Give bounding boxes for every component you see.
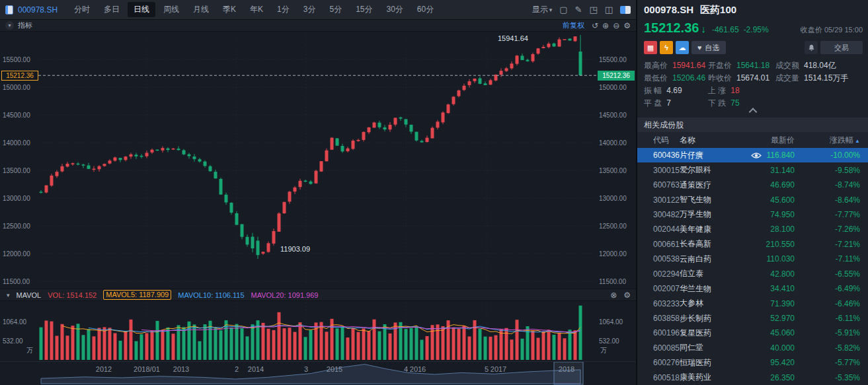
constituent-row[interactable]: 000661长春高新210.550-7.21% [637,237,868,252]
stock-price: 34.410 [748,284,795,293]
constituent-row[interactable]: 600196复星医药45.060-5.91% [637,326,868,340]
stock-name: 大参林 [680,298,748,309]
constituent-row[interactable]: 002294信立泰42.800-6.55% [637,267,868,281]
zoom-out-icon[interactable]: ⊖ [613,22,619,30]
period-tabs: 分时多日日线周线月线季K年K1分3分5分15分30分60分 [68,2,440,17]
panel-toggle-icon[interactable] [620,6,631,14]
period-tab[interactable]: 1分 [271,2,296,17]
stock-code: 300122 [637,195,680,205]
stock-change-pct: -7.77% [795,210,868,219]
adjust-mode-button[interactable]: 前复权 [563,20,584,30]
price-change-pct: -2.95% [744,25,769,34]
cloud-icon[interactable]: ☁ [676,41,689,54]
mavol20-value: MAVOL20: 1091.969 [251,291,319,299]
stock-name: 片仔癀 [680,150,748,161]
stock-code: 600276 [637,358,680,367]
undo-icon[interactable]: ↺ [592,22,598,30]
stock-price: 28.100 [748,225,795,234]
collapse-indicator-icon[interactable]: ▾ [5,21,14,30]
period-tab[interactable]: 15分 [350,2,378,17]
stock-code: 002294 [637,269,680,279]
volume-pane-header: ▾ MAVOL VOL: 1514.152 MAVOL5: 1187.909 M… [0,289,636,301]
constituents-table: 600436片仔癀116.840-10.00%300015爱尔眼科31.140-… [637,148,868,385]
stock-price: 42.800 [748,269,795,279]
trade-button[interactable]: 交易 [820,41,863,54]
mavol5-value: MAVOL5: 1187.909 [103,290,171,300]
add-watchlist-button[interactable]: ♥自选 [691,41,726,54]
close-pane-icon[interactable]: ⊗ [610,291,617,299]
stock-change-pct: -6.49% [795,284,868,293]
chart-settings-icon[interactable]: ⚙ [623,22,631,30]
eye-icon[interactable] [751,152,762,159]
constituents-section-bar: 相关成份股 [637,118,868,132]
last-price: 15212.36 [644,20,699,36]
draw-pen-icon[interactable]: ✎ [575,5,582,14]
alert-bell-button[interactable] [805,41,818,54]
constituent-row[interactable]: 300482万孚生物74.950-7.77% [637,207,868,222]
navigator-divider [0,361,636,362]
constituent-row[interactable]: 300015爱尔眼科31.140-9.58% [637,162,868,177]
period-tab[interactable]: 多日 [98,2,126,17]
period-tab[interactable]: 3分 [297,2,322,17]
stock-code: 300015 [637,166,680,175]
bell-icon [807,44,816,52]
constituent-row[interactable]: 600276恒瑞医药95.420-5.77% [637,355,868,370]
stock-name: 长春高新 [680,238,748,250]
period-tab[interactable]: 日线 [128,2,155,17]
stock-price: 52.970 [748,314,795,323]
stock-name: 华兰生物 [680,283,748,295]
constituent-row[interactable]: 600436片仔癀116.840-10.00% [637,148,868,162]
stock-price: 74.950 [748,210,795,219]
stock-change-pct: -8.74% [795,180,868,190]
constituent-row[interactable]: 600518康美药业26.350-5.35% [637,370,868,385]
constituent-row[interactable]: 603233大参林71.390-6.46% [637,296,868,310]
period-tab[interactable]: 60分 [411,2,440,17]
stock-name: 通策医疗 [680,180,748,191]
symbol-code[interactable]: 000978.SH [18,5,58,15]
stat-flat: 平 盘7 [644,98,708,109]
period-tab[interactable]: 周线 [157,2,185,17]
stock-change-pct: -10.00% [795,151,868,160]
stock-change-pct: -7.21% [795,240,868,249]
flash-icon[interactable]: ϟ [660,41,673,54]
period-tab[interactable]: 季K [217,2,242,17]
chevron-down-icon: ▾ [549,7,553,13]
constituent-row[interactable]: 002044美年健康28.100-7.26% [637,222,868,236]
quote-name: 医药100 [700,4,736,17]
indicator-label[interactable]: 指标 [18,20,32,30]
grid-app-icon[interactable]: ▦ [644,41,657,54]
constituent-row[interactable]: 002007华兰生物34.410-6.49% [637,281,868,296]
quote-panel: 000978.SH 医药100 15212.36 ↓ -461.65 -2.95… [636,0,868,385]
period-tab[interactable]: 月线 [187,2,215,17]
period-tab[interactable]: 分时 [68,2,96,17]
stock-code: 600763 [637,180,680,190]
column-pct-sort[interactable]: 涨跌幅▲ [795,135,868,146]
stock-name: 康美药业 [680,372,748,383]
constituent-row[interactable]: 000538云南白药110.030-7.11% [637,252,868,266]
display-menu[interactable]: 显示▾ [532,4,553,15]
zoom-in-icon[interactable]: ⊕ [602,22,609,30]
stock-change-pct: -5.82% [795,343,868,353]
period-tab[interactable]: 5分 [323,2,348,17]
constituents-title: 相关成份股 [644,120,684,131]
stock-change-pct: -6.55% [795,269,868,279]
candlestick-volume-chart[interactable] [0,0,636,385]
period-tab[interactable]: 年K [244,2,269,17]
split-view-icon[interactable]: ◫ [605,5,613,14]
period-tab[interactable]: 30分 [381,2,409,17]
stock-name: 万孚生物 [680,209,748,220]
expand-icon[interactable]: ◳ [589,5,597,14]
collapse-volume-icon[interactable]: ▾ [7,292,10,298]
constituent-row[interactable]: 300122智飞生物45.600-8.64% [637,192,868,207]
stat-volume: 成交量1514.15万手 [775,73,865,84]
constituent-row[interactable]: 600085同仁堂40.000-5.82% [637,341,868,355]
stock-price: 71.390 [748,299,795,308]
window-icon[interactable]: ▢ [559,5,567,14]
stat-high: 最高价15941.64 [644,60,708,71]
pane-settings-icon[interactable]: ⚙ [623,291,631,299]
constituent-row[interactable]: 600763通策医疗46.690-8.74% [637,178,868,192]
stock-name: 复星医药 [680,328,748,339]
stock-code: 600196 [637,328,680,337]
constituent-row[interactable]: 603858步长制药52.970-6.11% [637,311,868,326]
price-change: -461.65 [712,25,739,34]
